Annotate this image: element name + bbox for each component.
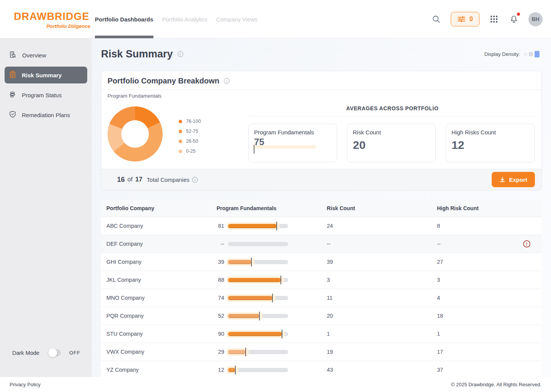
value-tick xyxy=(282,330,282,338)
avatar[interactable]: BH xyxy=(528,12,543,26)
page-title: Risk Summary xyxy=(101,48,173,60)
value-tick xyxy=(272,294,273,302)
risk-count-cell: 11 xyxy=(327,295,437,301)
notification-dot xyxy=(517,13,520,16)
nav-tab-portfolio-analytics[interactable]: Portfolio Analytics xyxy=(162,0,207,38)
sidebar-item-remediation-plans[interactable]: Remediation Plans xyxy=(5,106,87,123)
progress-fill xyxy=(228,314,259,318)
table-row[interactable]: PQR Company522018 xyxy=(101,307,542,325)
warning-icon[interactable]: ! xyxy=(523,240,530,248)
fundamentals-value: -- xyxy=(217,241,224,247)
company-name-cell: STU Company xyxy=(101,331,217,337)
progress-fill xyxy=(228,368,235,372)
dark-mode-row: Dark Mode OFF xyxy=(12,349,80,356)
export-button[interactable]: Export xyxy=(492,172,535,187)
page-title-info-icon[interactable]: i xyxy=(178,51,183,57)
table-row[interactable]: JKL Company8833 xyxy=(101,271,542,289)
density-medium-option[interactable] xyxy=(529,52,533,56)
fundamentals-value: 81 xyxy=(217,223,224,229)
fundamentals-cell: 88 xyxy=(217,277,327,283)
companies-count: 16 of 17 Total Companies i xyxy=(117,176,198,184)
column-header-high-risk-count: High Risk Count xyxy=(437,205,542,211)
search-icon xyxy=(432,15,441,24)
table-row[interactable]: ABC Company81248 xyxy=(101,217,542,235)
progress-bar xyxy=(228,242,288,246)
filter-button[interactable]: 0 xyxy=(451,12,479,26)
top-bar: DRAWBRIDGE Portfolio Diligence Portfolio… xyxy=(0,0,551,38)
companies-table: Portfolio CompanyProgram FundamentalsRis… xyxy=(101,200,542,377)
card-title-info-icon[interactable]: i xyxy=(224,78,230,84)
sidebar-item-overview[interactable]: Overview xyxy=(5,47,87,64)
value-tick xyxy=(276,222,277,230)
progress-bar xyxy=(228,368,288,372)
table-row[interactable]: YZ Company124337 xyxy=(101,361,542,377)
risk-count-cell: -- xyxy=(327,241,437,247)
table-row[interactable]: STU Company9011 xyxy=(101,325,542,343)
card-title: Portfolio Company Breakdown xyxy=(108,77,219,85)
clipboard-icon xyxy=(9,70,16,80)
fundamentals-value: 12 xyxy=(217,367,224,373)
sliders-icon xyxy=(457,15,466,23)
display-density-control: Display Density: xyxy=(484,51,540,57)
dark-mode-toggle[interactable] xyxy=(48,349,61,356)
apps-grid-button[interactable] xyxy=(489,14,499,24)
table-row[interactable]: VWX Company291917 xyxy=(101,343,542,361)
search-button[interactable] xyxy=(431,14,442,24)
companies-of-label: of xyxy=(127,176,132,183)
fundamentals-value: 29 xyxy=(217,349,224,355)
fundamentals-cell: -- xyxy=(217,241,327,247)
progress-bar xyxy=(228,296,288,300)
density-small-option[interactable] xyxy=(524,53,527,56)
companies-info-icon[interactable]: i xyxy=(192,177,198,183)
table-row[interactable]: MNO Company74114 xyxy=(101,289,542,307)
export-label: Export xyxy=(509,176,527,183)
progress-fill xyxy=(228,350,246,354)
legend-item: 0-25 xyxy=(179,146,201,156)
legend-item: 76-100 xyxy=(179,116,201,126)
table-row[interactable]: GHI Company393927 xyxy=(101,253,542,271)
progress-bar xyxy=(228,350,288,354)
company-name-cell: MNO Company xyxy=(101,295,217,301)
top-actions: 0 BH xyxy=(431,0,543,38)
card-footer: 16 of 17 Total Companies i Export xyxy=(101,169,541,190)
fundamentals-value: 88 xyxy=(217,277,224,283)
grid-icon xyxy=(490,15,498,23)
company-name-cell: DEF Company xyxy=(101,241,217,247)
notifications-button[interactable] xyxy=(509,14,519,24)
progress-bar xyxy=(228,260,288,264)
privacy-policy-link[interactable]: Privacy Policy xyxy=(10,382,41,387)
legend-dot xyxy=(179,150,182,153)
bell-icon xyxy=(509,15,518,24)
legend-item: 26-50 xyxy=(179,136,201,146)
value-tick xyxy=(259,312,260,320)
brand-name: DRAWBRIDGE xyxy=(14,11,90,23)
legend-item: 52-75 xyxy=(179,126,201,136)
sidebar-item-program-status[interactable]: Program Status xyxy=(5,87,87,103)
sidebar-item-risk-summary[interactable]: Risk Summary xyxy=(5,67,87,83)
nav-tab-portfolio-dashboards[interactable]: Portfolio Dashboards xyxy=(95,0,153,38)
sidebar-nav: OverviewRisk SummaryProgram StatusRemedi… xyxy=(0,38,92,123)
company-name-cell: PQR Company xyxy=(101,313,217,319)
program-bars-icon xyxy=(9,91,16,100)
value-tick xyxy=(245,348,246,356)
building-search-icon xyxy=(9,51,17,60)
fundamentals-cell: 90 xyxy=(217,331,327,337)
brand-logo[interactable]: DRAWBRIDGE Portfolio Diligence xyxy=(14,11,90,29)
progress-fill xyxy=(228,332,282,336)
app-root: DRAWBRIDGE Portfolio Diligence Portfolio… xyxy=(0,0,551,392)
brand-tagline: Portfolio Diligence xyxy=(14,23,90,29)
value-tick xyxy=(251,258,252,266)
legend-dot xyxy=(179,130,182,133)
dark-mode-state: OFF xyxy=(69,350,80,356)
progress-bar xyxy=(228,224,288,228)
nav-tab-company-views[interactable]: Company Views xyxy=(216,0,258,38)
density-large-option[interactable] xyxy=(535,51,540,57)
legend-label: 26-50 xyxy=(186,139,198,144)
donut-chart xyxy=(108,106,163,162)
risk-count-cell: 43 xyxy=(327,367,437,373)
display-density-label: Display Density: xyxy=(484,51,520,57)
risk-count-cell: 39 xyxy=(327,259,437,265)
companies-caption: Total Companies xyxy=(147,176,189,183)
high-risk-count-cell: 27 xyxy=(437,259,542,265)
table-row[interactable]: DEF Company------! xyxy=(101,235,542,253)
